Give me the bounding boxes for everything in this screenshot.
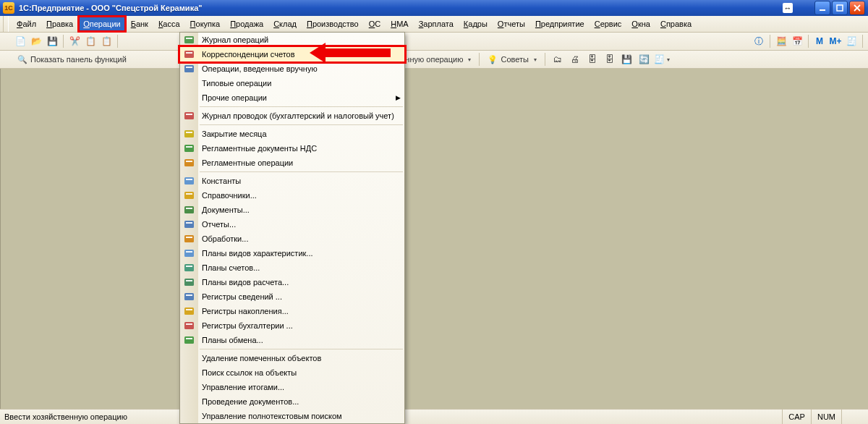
- svg-rect-10: [184, 112, 194, 119]
- tips-label: Советы: [501, 55, 528, 64]
- copy-icon[interactable]: 📋: [83, 34, 98, 48]
- blank-icon: [183, 381, 195, 393]
- menu-item[interactable]: Управление итогами...: [180, 380, 404, 394]
- svg-rect-16: [184, 159, 194, 166]
- maximize-button[interactable]: [832, 1, 848, 15]
- menu-предприятие[interactable]: Предприятие: [530, 16, 590, 32]
- msum-icon[interactable]: 🧾: [844, 34, 859, 48]
- stack-icon[interactable]: 🗄: [585, 52, 600, 67]
- menu-separator: [200, 349, 403, 349]
- menu-item-label: Прочие операции: [202, 93, 267, 102]
- menu-файл[interactable]: Файл: [12, 16, 41, 32]
- menu-item[interactable]: Проведение документов...: [180, 394, 404, 409]
- menu-продажа[interactable]: Продажа: [225, 16, 268, 32]
- menu-item[interactable]: Обработки...: [180, 232, 404, 246]
- calc-icon: [183, 276, 195, 288]
- menu-item[interactable]: Документы...: [180, 203, 404, 217]
- menu-item[interactable]: Регистры сведений ...: [180, 289, 404, 304]
- svg-rect-13: [186, 132, 192, 133]
- menu-item[interactable]: Удаление помеченных объектов: [180, 351, 404, 365]
- svg-rect-40: [184, 336, 194, 344]
- reginfo-icon: [183, 291, 195, 302]
- menu-item[interactable]: Типовые операции: [180, 76, 404, 90]
- help-icon[interactable]: ⓘ: [752, 34, 766, 48]
- open-icon[interactable]: 📂: [29, 34, 43, 48]
- svg-rect-23: [186, 208, 192, 209]
- mplus-icon[interactable]: M+: [828, 34, 843, 48]
- svg-rect-8: [184, 65, 194, 72]
- calendar-icon[interactable]: 📅: [790, 34, 804, 48]
- menu-item-label: Отчеты...: [202, 220, 236, 229]
- menu-item[interactable]: Планы видов характеристик...: [180, 246, 404, 260]
- m-icon[interactable]: M: [812, 34, 827, 48]
- menu-item-label: Планы счетов...: [202, 263, 260, 272]
- menu-item[interactable]: Планы обмена...: [180, 333, 404, 347]
- menu-item[interactable]: Закрытие месяца: [180, 127, 404, 141]
- svg-rect-22: [184, 206, 194, 213]
- paste-icon[interactable]: 📋: [99, 34, 114, 48]
- menu-item[interactable]: Планы видов расчета...: [180, 275, 404, 289]
- menu-банк[interactable]: Банк: [126, 16, 153, 32]
- print-icon[interactable]: 🖨: [568, 52, 582, 67]
- expand-horiz-icon[interactable]: ↔: [783, 3, 793, 13]
- menu-item-label: Регистры сведений ...: [202, 292, 282, 301]
- menu-item[interactable]: Константы: [180, 174, 404, 188]
- svg-rect-35: [186, 294, 192, 296]
- more-dropdown[interactable]: 🧾: [655, 52, 669, 67]
- svg-rect-41: [186, 338, 192, 339]
- svg-rect-15: [186, 146, 192, 148]
- menu-item[interactable]: Журнал проводок (бухгалтерский и налогов…: [180, 109, 404, 123]
- show-panel-button[interactable]: 🔍 Показать панель функций: [14, 52, 129, 67]
- menu-item[interactable]: Планы счетов...: [180, 260, 404, 275]
- menu-item[interactable]: Регистры накопления...: [180, 304, 404, 318]
- menu-item[interactable]: Регламентные документы НДС: [180, 141, 404, 156]
- save2-icon[interactable]: 💾: [620, 52, 634, 67]
- menu-зарплата[interactable]: Зарплата: [414, 16, 459, 32]
- menu-item[interactable]: Справочники...: [180, 188, 404, 203]
- svg-rect-19: [186, 179, 192, 180]
- svg-rect-38: [184, 322, 194, 329]
- refresh-icon[interactable]: 🔄: [637, 52, 652, 67]
- menu-касса[interactable]: Касса: [153, 16, 185, 32]
- menu-кадры[interactable]: Кадры: [459, 16, 493, 32]
- toolbar-grip-icon[interactable]: [3, 16, 9, 32]
- svg-rect-14: [184, 145, 194, 152]
- menu-item[interactable]: Регистры бухгалтерии ...: [180, 318, 404, 333]
- menu-item-label: Управление полнотекстовым поиском: [202, 412, 342, 420]
- menu-покупка[interactable]: Покупка: [185, 16, 226, 32]
- menu-item[interactable]: Управление полнотекстовым поиском: [180, 409, 404, 423]
- menu-операции[interactable]: Операции: [78, 16, 125, 32]
- cut-icon[interactable]: ✂️: [67, 34, 82, 48]
- save-icon[interactable]: 💾: [45, 34, 59, 48]
- menu-отчеты[interactable]: Отчеты: [493, 16, 530, 32]
- menu-сервис[interactable]: Сервис: [590, 16, 627, 32]
- close-button[interactable]: [849, 1, 865, 15]
- tips-button[interactable]: 💡 Советы: [485, 52, 539, 67]
- menu-производство[interactable]: Производство: [302, 16, 364, 32]
- menu-item[interactable]: Прочие операции▶: [180, 90, 404, 105]
- toolbar-separator: [862, 35, 863, 48]
- menu-item[interactable]: Операции, введенные вручную: [180, 62, 404, 76]
- new-doc-icon[interactable]: 📄: [13, 34, 27, 48]
- menu-item-label: Удаление помеченных объектов: [202, 354, 321, 362]
- menu-склад[interactable]: Склад: [268, 16, 302, 32]
- titlebar: 1C 1С:Предприятие - ООО "Спецстрой Керам…: [0, 0, 868, 16]
- menu-item[interactable]: Отчеты...: [180, 217, 404, 232]
- calc-icon[interactable]: 🧮: [774, 34, 788, 48]
- submenu-arrow-icon: ▶: [396, 94, 401, 101]
- char-icon: [183, 247, 195, 259]
- minimize-button[interactable]: [814, 1, 830, 15]
- menu-нма[interactable]: НМА: [386, 16, 413, 32]
- menu-правка[interactable]: Правка: [41, 16, 78, 32]
- menu-item[interactable]: Регламентные операции: [180, 156, 404, 170]
- menu-item[interactable]: Поиск ссылок на объекты: [180, 365, 404, 380]
- menu-item-label: Планы видов расчета...: [202, 278, 289, 287]
- svg-rect-18: [184, 177, 194, 185]
- stack2-icon[interactable]: 🗄: [603, 52, 617, 67]
- menu-справка[interactable]: Справка: [655, 16, 697, 32]
- menu-окна[interactable]: Окна: [626, 16, 655, 32]
- menu-item-label: Обработки...: [202, 234, 248, 243]
- toolbar-separator: [770, 35, 770, 48]
- table-icon[interactable]: 🗂: [550, 52, 565, 67]
- menu-ос[interactable]: ОС: [364, 16, 386, 32]
